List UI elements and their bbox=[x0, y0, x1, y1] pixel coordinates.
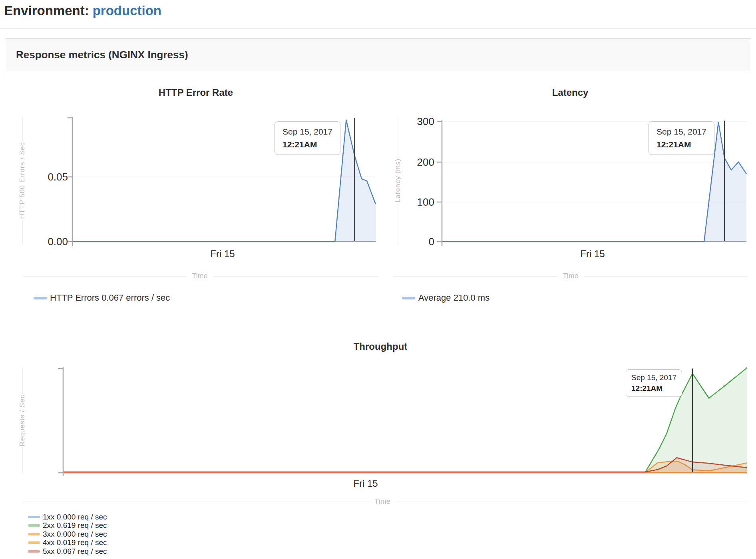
error-rate-y-tick: 0.05 bbox=[28, 170, 68, 183]
error-rate-legend: HTTP Errors 0.067 errors / sec bbox=[34, 293, 170, 303]
throughput-legend: 1xx 0.000 req / sec 2xx 0.619 req / sec … bbox=[28, 513, 107, 556]
tooltip-time: 12:21AM bbox=[631, 384, 676, 393]
legend-label: 2xx 0.619 req / sec bbox=[43, 521, 107, 530]
throughput-x-tick: Fri 15 bbox=[338, 478, 394, 489]
legend-swatch bbox=[28, 524, 40, 527]
tooltip-date: Sep 15, 2017 bbox=[657, 127, 706, 137]
latency-y-tick: 200 bbox=[394, 156, 434, 168]
error-rate-tooltip: Sep 15, 2017 12:21AM bbox=[275, 121, 340, 155]
throughput-y-axis-label: Requests / Sec bbox=[14, 394, 30, 447]
legend-item-5xx: 5xx 0.067 req / sec bbox=[28, 547, 107, 556]
legend-swatch bbox=[28, 516, 40, 518]
legend-label: 5xx 0.067 req / sec bbox=[43, 547, 107, 556]
error-rate-x-axis-title: Time bbox=[186, 272, 213, 280]
legend-item-3xx: 3xx 0.000 req / sec bbox=[28, 530, 107, 539]
latency-x-axis-title: Time bbox=[557, 272, 584, 280]
legend-label: Average 210.0 ms bbox=[418, 293, 489, 303]
error-rate-title: HTTP Error Rate bbox=[36, 87, 356, 98]
legend-label: 4xx 0.019 req / sec bbox=[43, 538, 107, 547]
page: Environment:production Response metrics … bbox=[0, 0, 756, 559]
latency-title: Latency bbox=[410, 87, 730, 98]
tooltip-date: Sep 15, 2017 bbox=[283, 127, 332, 137]
latency-x-tick: Fri 15 bbox=[565, 248, 621, 260]
tooltip-time: 12:21AM bbox=[283, 140, 332, 149]
latency-y-tick: 300 bbox=[394, 115, 434, 128]
legend-swatch bbox=[28, 550, 40, 553]
latency-y-tick: 0 bbox=[394, 235, 434, 248]
legend-swatch bbox=[28, 533, 40, 535]
legend-item-4xx: 4xx 0.019 req / sec bbox=[28, 539, 107, 547]
legend-label: 3xx 0.000 req / sec bbox=[43, 530, 107, 539]
grid-lines bbox=[22, 118, 748, 502]
error-rate-y-tick: 0.00 bbox=[28, 235, 68, 248]
legend-label: 1xx 0.000 req / sec bbox=[43, 513, 107, 521]
error-rate-x-tick: Fri 15 bbox=[195, 248, 251, 260]
latency-legend: Average 210.0 ms bbox=[402, 293, 489, 303]
legend-swatch bbox=[28, 541, 40, 544]
legend-swatch bbox=[402, 297, 415, 299]
tooltip-date: Sep 15, 2017 bbox=[631, 373, 676, 382]
tooltip-time: 12:21AM bbox=[657, 140, 706, 149]
legend-swatch bbox=[34, 297, 47, 299]
legend-item-2xx: 2xx 0.619 req / sec bbox=[28, 521, 107, 530]
latency-tooltip: Sep 15, 2017 12:21AM bbox=[649, 121, 714, 155]
throughput-title: Throughput bbox=[221, 341, 540, 352]
throughput-tooltip: Sep 15, 2017 12:21AM bbox=[626, 369, 682, 397]
legend-item-1xx: 1xx 0.000 req / sec bbox=[28, 513, 107, 521]
charts-canvas[interactable] bbox=[0, 0, 756, 559]
latency-y-tick: 100 bbox=[394, 196, 434, 208]
legend-label: HTTP Errors 0.067 errors / sec bbox=[50, 293, 170, 303]
throughput-x-axis-title: Time bbox=[369, 498, 396, 506]
